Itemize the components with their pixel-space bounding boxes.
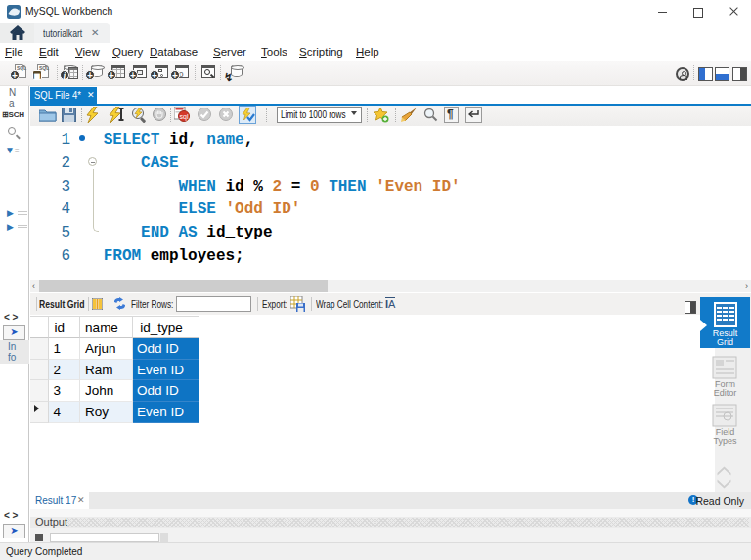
svg-text:sql: sql <box>180 113 189 121</box>
